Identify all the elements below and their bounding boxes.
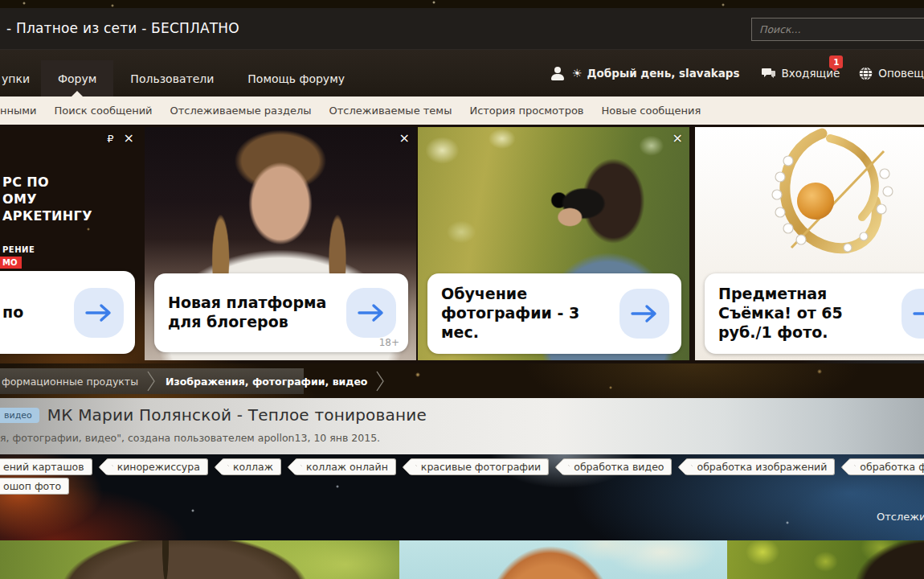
ad-caption-card[interactable]: Обучение фотографии - 3 мес. <box>427 273 681 354</box>
page-root: - Платное из сети - БЕСПЛАТНО упки Форум… <box>0 0 924 579</box>
tag-chip[interactable]: обработка изображений <box>685 458 835 475</box>
ad-caption: по <box>2 303 23 322</box>
ad-banner-blogger-platform[interactable]: × Новая платформа для блогеров 18+ <box>145 127 416 360</box>
ad-promo-badge: МО <box>0 257 22 269</box>
nav-user-area: ☀ Добрый день, slavakaps Входящие 1 Опов… <box>550 50 924 96</box>
ads-row: ₽ × РС ПО ОМУ АРКЕТИНГУ РЕНИЕ МО по <box>0 125 924 363</box>
close-icon[interactable]: × <box>124 132 134 145</box>
breadcrumb-item-info-products[interactable]: формационные продукты <box>0 376 146 388</box>
chevron-right-icon <box>375 371 385 392</box>
chevron-right-icon <box>146 371 156 392</box>
arrow-right-icon <box>84 302 113 323</box>
tag-hole-dot <box>109 465 113 469</box>
breadcrumb-item-images-photo-video[interactable]: Изображения, фотографии, видео <box>156 376 375 388</box>
nav-tabs: упки Форум Пользователи Помощь форуму <box>0 60 362 96</box>
tag-chip[interactable]: обработка видео <box>562 458 672 475</box>
tag-hole-dot <box>566 465 570 469</box>
watch-thread-link[interactable]: Отслежива <box>877 511 924 523</box>
subnav-item-history[interactable]: История просмотров <box>469 105 583 117</box>
subnav-item-search-posts[interactable]: Поиск сообщений <box>55 105 153 117</box>
close-icon[interactable]: × <box>673 132 683 145</box>
nav-tab-pokupki[interactable]: упки <box>0 60 41 96</box>
chat-bubbles-icon <box>761 68 776 79</box>
space-background-strip <box>0 0 924 8</box>
nav-tab-label: упки <box>2 72 30 85</box>
ad-caption-card[interactable]: Новая платформа для блогеров 18+ <box>154 273 408 352</box>
thread-meta: я, фотографии, видео", создана пользоват… <box>0 432 380 444</box>
ad-caption: Предметная Съёмка! от 65 руб./1 фото. <box>718 285 891 342</box>
ad-banner-marketing[interactable]: ₽ × РС ПО ОМУ АРКЕТИНГУ РЕНИЕ МО по <box>0 127 141 360</box>
tag-chip[interactable]: коллаж онлайн <box>295 458 396 475</box>
tag-chip[interactable]: обработка фото <box>848 458 924 475</box>
ad-banner-photo-course[interactable]: × Обучение фотографии - 3 мес. <box>418 127 689 360</box>
ad-caption: Новая платформа для блогеров <box>168 294 353 332</box>
alerts-label: Оповещ <box>878 67 924 80</box>
ad-caption: Обучение фотографии - 3 мес. <box>441 285 622 342</box>
tag-hole-dot <box>689 465 693 469</box>
tag-chip[interactable]: красивые фотографии <box>410 458 549 475</box>
breadcrumb-row: формационные продукты Изображения, фотог… <box>0 363 924 398</box>
arrow-button[interactable] <box>902 289 924 339</box>
sun-icon[interactable]: ☀ <box>572 67 583 80</box>
nav-tab-forum-help[interactable]: Помощь форуму <box>231 60 362 96</box>
ad-overlay-subtext: РЕНИЕ <box>2 245 35 254</box>
breadcrumb: формационные продукты Изображения, фотог… <box>0 368 304 394</box>
site-header: - Платное из сети - БЕСПЛАТНО <box>0 8 924 50</box>
nav-tab-label: Пользователи <box>130 72 214 85</box>
tag-chip[interactable]: коллаж <box>222 458 281 475</box>
thread-photo-3[interactable] <box>727 540 924 579</box>
tag-chip[interactable]: ений карташов <box>0 458 92 475</box>
ruble-icon[interactable]: ₽ <box>107 133 113 145</box>
notification-badge: 1 <box>829 55 843 68</box>
thread-photo-1[interactable] <box>0 540 399 579</box>
tag-chip[interactable]: кинорежиссура <box>106 458 208 475</box>
nav-tab-users[interactable]: Пользователи <box>113 60 231 96</box>
thread-header: видео МК Марии Полянской - Теплое тониро… <box>0 398 924 454</box>
age-rating: 18+ <box>379 337 399 348</box>
user-greeting[interactable]: Добрый день, slavakaps <box>587 67 740 80</box>
arrow-button[interactable] <box>619 289 669 339</box>
thread-photos-row <box>0 540 924 579</box>
arrow-right-icon <box>912 303 924 324</box>
subnav-item[interactable]: нными <box>0 105 37 117</box>
nav-tab-label: Форум <box>58 72 96 85</box>
inbox-link[interactable]: Входящие 1 <box>761 67 840 80</box>
video-badge: видео <box>0 408 39 423</box>
arrow-right-icon <box>630 303 659 324</box>
thread-title: МК Марии Полянской - Теплое тонирование <box>47 405 427 425</box>
jewelry-brooch-graphic <box>695 127 924 273</box>
globe-icon <box>859 67 873 80</box>
subnav-item-new-posts[interactable]: Новые сообщения <box>602 105 701 117</box>
thread-body-section: ений карташов кинорежиссура коллаж колла… <box>0 454 924 540</box>
tag-hole-dot <box>413 465 417 469</box>
ad-overlay-text: РС ПО ОМУ АРКЕТИНГУ <box>2 174 92 224</box>
tag-hole-dot <box>225 465 229 469</box>
user-icon[interactable] <box>550 67 565 80</box>
site-title: - Платное из сети - БЕСПЛАТНО <box>6 20 239 36</box>
ad-caption-card[interactable]: по <box>0 271 135 354</box>
ad-caption-card[interactable]: Предметная Съёмка! от 65 руб./1 фото. <box>705 273 924 354</box>
arrow-right-icon <box>357 302 386 323</box>
tag-list-row-1: ений карташов кинорежиссура коллаж колла… <box>0 458 924 475</box>
tag-hole-dot <box>852 465 856 469</box>
arrow-button[interactable] <box>74 288 124 338</box>
alerts-link[interactable]: Оповещ <box>859 67 924 80</box>
tag-hole-dot <box>298 465 302 469</box>
tag-chip[interactable]: ошоп фото <box>0 478 69 495</box>
sub-nav: нными Поиск сообщений Отслеживаемые разд… <box>0 96 924 125</box>
ad-banner-object-photography[interactable]: Предметная Съёмка! от 65 руб./1 фото. <box>695 127 924 360</box>
nav-tab-forum[interactable]: Форум <box>41 60 113 96</box>
close-icon[interactable]: × <box>399 132 410 145</box>
main-nav: упки Форум Пользователи Помощь форуму ☀ … <box>0 50 924 96</box>
tag-list-row-2: ошоп фото <box>0 478 924 495</box>
subnav-item-watched-threads[interactable]: Отслеживаемые темы <box>329 105 452 117</box>
search-input[interactable] <box>751 18 924 41</box>
thread-photo-2[interactable] <box>399 540 727 579</box>
nav-tab-label: Помощь форуму <box>247 72 345 85</box>
subnav-item-watched-forums[interactable]: Отслеживаемые разделы <box>170 105 312 117</box>
arrow-button[interactable] <box>346 288 396 338</box>
